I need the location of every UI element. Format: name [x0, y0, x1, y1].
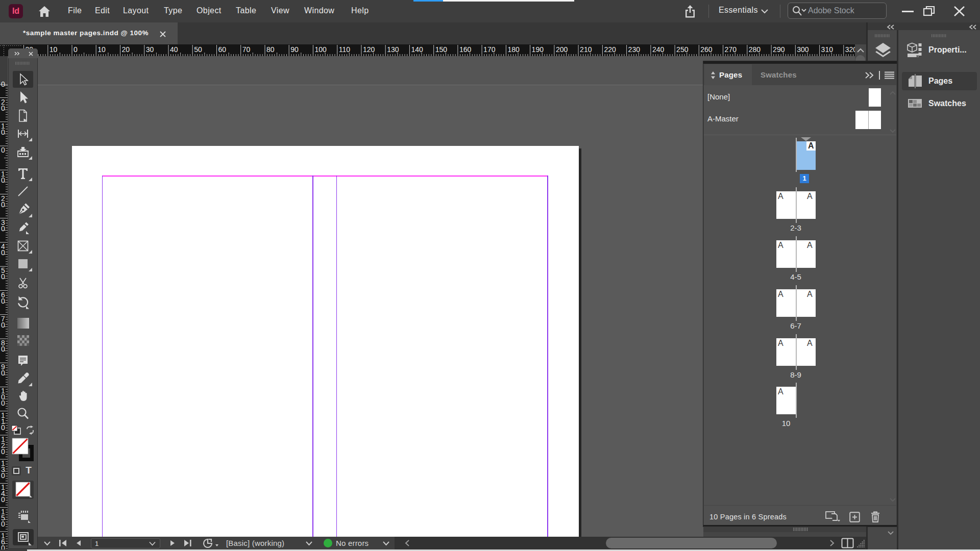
svg-text:0: 0 — [1, 520, 5, 528]
svg-text:100: 100 — [314, 45, 327, 54]
svg-text:180: 180 — [507, 45, 520, 54]
svg-text:0: 0 — [1, 297, 5, 305]
svg-text:0: 0 — [74, 45, 78, 54]
svg-text:280: 280 — [749, 45, 761, 54]
svg-text:0: 0 — [1, 345, 5, 353]
svg-text:290: 290 — [773, 45, 785, 54]
svg-text:300: 300 — [797, 45, 809, 54]
svg-text:0: 0 — [1, 447, 5, 456]
svg-text:250: 250 — [676, 45, 689, 54]
svg-text:10: 10 — [50, 45, 58, 54]
svg-text:50: 50 — [194, 45, 202, 54]
svg-text:0: 0 — [1, 544, 5, 549]
svg-text:0: 0 — [1, 369, 5, 377]
svg-text:320: 320 — [845, 45, 855, 54]
svg-text:130: 130 — [387, 45, 399, 54]
svg-text:30: 30 — [146, 45, 154, 54]
svg-text:120: 120 — [363, 45, 375, 54]
svg-text:200: 200 — [556, 45, 568, 54]
svg-text:190: 190 — [532, 45, 544, 54]
svg-text:0: 0 — [1, 399, 5, 407]
svg-text:80: 80 — [266, 45, 275, 54]
svg-text:60: 60 — [218, 45, 227, 54]
svg-text:220: 220 — [604, 45, 616, 54]
svg-text:0: 0 — [1, 104, 5, 112]
svg-text:0: 0 — [1, 201, 5, 209]
svg-text:110: 110 — [339, 45, 351, 54]
svg-text:260: 260 — [700, 45, 713, 54]
svg-text:0: 0 — [1, 80, 5, 88]
svg-text:150: 150 — [435, 45, 448, 54]
svg-text:140: 140 — [411, 45, 423, 54]
svg-text:170: 170 — [483, 45, 496, 54]
svg-text:0: 0 — [1, 495, 5, 504]
svg-text:310: 310 — [821, 45, 834, 54]
svg-text:0: 0 — [1, 471, 5, 480]
svg-text:0: 0 — [1, 176, 5, 184]
svg-text:270: 270 — [725, 45, 737, 54]
svg-text:90: 90 — [290, 45, 299, 54]
svg-text:40: 40 — [170, 45, 178, 54]
svg-text:0: 0 — [1, 248, 5, 257]
svg-text:0: 0 — [1, 224, 5, 233]
svg-text:70: 70 — [242, 45, 251, 54]
svg-text:0: 0 — [1, 146, 5, 154]
svg-text:0: 0 — [1, 423, 5, 432]
svg-text:10: 10 — [97, 45, 106, 54]
svg-text:0: 0 — [1, 128, 5, 136]
svg-text:230: 230 — [628, 45, 641, 54]
svg-text:0: 0 — [1, 321, 5, 329]
svg-text:0: 0 — [1, 272, 5, 281]
svg-text:20: 20 — [122, 45, 130, 54]
svg-text:240: 240 — [652, 45, 665, 54]
svg-text:210: 210 — [580, 45, 592, 54]
svg-text:160: 160 — [459, 45, 472, 54]
